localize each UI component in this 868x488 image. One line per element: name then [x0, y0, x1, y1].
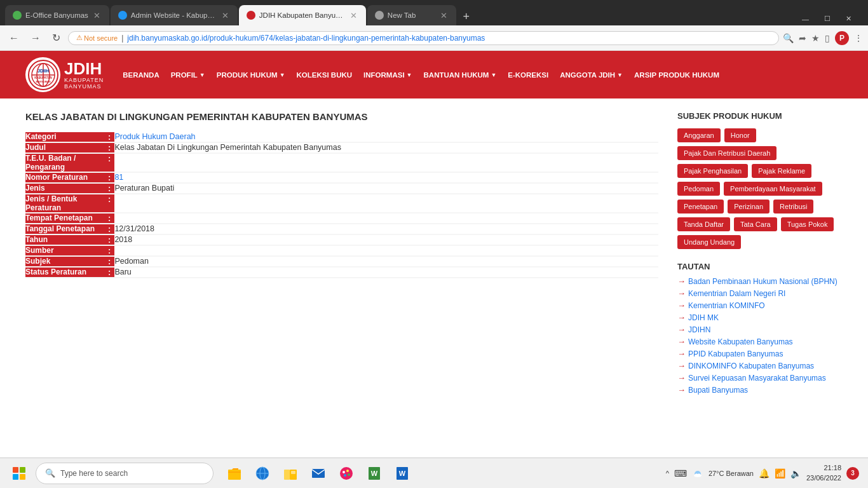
nav-arsip[interactable]: ARSIP PRODUK HUKUM — [634, 71, 719, 79]
taskbar-right: ^ ⌨ 27°C Berawan 🔔 📶 🔈 21:18 23/06/2022 … — [666, 463, 863, 483]
detail-table: Kategori:Produk Hukum DaerahJudul:Kelas … — [25, 132, 658, 278]
tag-button[interactable]: Honor — [724, 128, 756, 142]
taskbar-app-explorer[interactable] — [277, 461, 304, 486]
bookmark-icon[interactable]: ★ — [811, 33, 820, 43]
taskbar-notification-icon[interactable]: 🔔 — [759, 468, 770, 478]
tag-button[interactable]: Tanda Daftar — [677, 217, 730, 231]
tautan-item[interactable]: →Bupati Banyumas — [677, 385, 843, 395]
profile-avatar[interactable]: P — [835, 31, 849, 45]
nav-anggota-jdih[interactable]: ANGGOTA JDIH ▼ — [560, 71, 623, 79]
tab-close-admin[interactable]: ✕ — [220, 11, 230, 20]
svg-text:BANYUMAS: BANYUMAS — [36, 80, 50, 83]
taskbar-app-paint[interactable] — [333, 461, 360, 486]
menu-icon[interactable]: ⋮ — [854, 33, 863, 43]
table-row: Nomor Peraturan:81 — [25, 172, 658, 183]
svg-point-19 — [346, 470, 349, 472]
close-button[interactable]: ✕ — [839, 12, 858, 25]
start-button[interactable] — [5, 461, 33, 486]
tautan-item[interactable]: →PPID Kabupaten Banyumas — [677, 349, 843, 358]
windows-logo — [13, 467, 25, 480]
mail-icon — [311, 466, 326, 481]
nav-bantuan-hukum[interactable]: BANTUAN HUKUM ▼ — [424, 71, 497, 79]
nav-ekoreksi[interactable]: E-KOREKSI — [508, 71, 548, 79]
detail-label: Kategori — [25, 132, 108, 142]
logo-area: JDIIH KABUPATEN BANYUMAS JDIH KABUPATENB… — [25, 57, 104, 92]
minimize-button[interactable]: — — [796, 13, 815, 25]
produk-arrow: ▼ — [280, 72, 285, 78]
nav-profil[interactable]: PROFIL ▼ — [171, 71, 205, 79]
tautan-item[interactable]: →Kementrian Dalam Negeri RI — [677, 288, 843, 298]
search-icon[interactable]: 🔍 — [783, 33, 794, 43]
taskbar-app-word1[interactable]: W — [361, 461, 388, 486]
tautan-arrow-icon: → — [677, 361, 686, 370]
taskbar-time-display: 21:18 — [806, 463, 841, 473]
tab-close-jdih[interactable]: ✕ — [349, 11, 358, 20]
taskbar-app-word2[interactable]: W — [389, 461, 416, 486]
tag-button[interactable]: Undang Undang — [677, 235, 741, 249]
detail-value[interactable]: 81 — [114, 172, 658, 183]
forward-button[interactable]: → — [27, 31, 44, 45]
tab-admin[interactable]: Admin Website - Kabupaten Ban... ✕ — [111, 5, 238, 25]
detail-colon: : — [108, 213, 114, 224]
detail-colon: : — [108, 142, 114, 153]
detail-value: Peraturan Bupati — [114, 183, 658, 194]
taskbar-datetime[interactable]: 21:18 23/06/2022 — [806, 463, 841, 483]
detail-colon: : — [108, 256, 114, 267]
tautan-item[interactable]: →Survei Kepuasan Masyarakat Banyumas — [677, 373, 843, 383]
taskbar-keyboard-icon[interactable]: ⌨ — [674, 468, 687, 478]
tag-button[interactable]: Pajak Reklame — [752, 164, 811, 178]
tab-newtab[interactable]: New Tab ✕ — [367, 5, 456, 25]
tag-button[interactable]: Penetapan — [677, 200, 724, 214]
tautan-arrow-icon: → — [677, 325, 686, 334]
tautan-link-text: Badan Pembinaan Hukum Nasional (BPHN) — [688, 277, 837, 286]
new-tab-button[interactable]: + — [458, 8, 475, 25]
detail-value: Pedoman — [114, 256, 658, 267]
taskbar-search[interactable]: 🔍 Type here to search — [36, 463, 214, 484]
tautan-item[interactable]: →JDIHN — [677, 325, 843, 334]
tag-button[interactable]: Tugas Pokok — [781, 217, 834, 231]
volume-icon[interactable]: 🔈 — [790, 468, 801, 478]
nav-koleksi-buku[interactable]: KOLEKSI BUKU — [297, 71, 353, 79]
maximize-button[interactable]: ☐ — [818, 12, 837, 25]
tag-button[interactable]: Perizinan — [728, 200, 770, 214]
nav-beranda[interactable]: BERANDA — [123, 71, 159, 79]
nav-informasi[interactable]: INFORMASI ▼ — [363, 71, 412, 79]
refresh-button[interactable]: ↻ — [48, 30, 64, 45]
taskbar-app-files[interactable] — [221, 461, 248, 486]
tautan-item[interactable]: →Badan Pembinaan Hukum Nasional (BPHN) — [677, 276, 843, 286]
tab-close-eoffice[interactable]: ✕ — [92, 11, 102, 20]
tag-button[interactable]: Pajak Dan Retribusi Daerah — [677, 146, 776, 160]
tag-button[interactable]: Pemberdayaan Masyarakat — [724, 182, 822, 196]
taskbar-up-arrow[interactable]: ^ — [666, 470, 669, 477]
taskbar-app-mail[interactable] — [305, 461, 332, 486]
detail-value — [114, 245, 658, 256]
detail-value[interactable]: Produk Hukum Daerah — [114, 132, 658, 142]
tautan-item[interactable]: →Website Kabupaten Banyumas — [677, 337, 843, 346]
tab-close-newtab[interactable]: ✕ — [439, 11, 449, 20]
tautan-arrow-icon: → — [677, 288, 686, 298]
url-separator: | — [121, 34, 123, 43]
tag-button[interactable]: Pedoman — [677, 182, 720, 196]
nav-produk-hukum[interactable]: PRODUK HUKUM ▼ — [217, 71, 285, 79]
address-box[interactable]: ⚠ Not secure | jdih.banyumaskab.go.id/pr… — [68, 31, 779, 45]
tab-eoffice[interactable]: E-Office Banyumas ✕ — [5, 5, 109, 25]
tab-jdih[interactable]: JDIH Kabupaten Banyumas ✕ — [239, 5, 366, 25]
detail-value: 2018 — [114, 234, 658, 245]
tautan-item[interactable]: →DINKOMINFO Kabupaten Banyumas — [677, 361, 843, 370]
notification-badge[interactable]: 3 — [846, 467, 859, 480]
detail-label: Tempat Penetapan — [25, 213, 108, 224]
tag-button[interactable]: Retribusi — [773, 200, 813, 214]
taskbar-app-browser[interactable] — [249, 461, 276, 486]
network-icon[interactable]: 📶 — [775, 468, 785, 478]
share-icon[interactable]: ➦ — [799, 33, 806, 43]
extensions-icon[interactable]: ▯ — [825, 33, 830, 43]
tag-button[interactable]: Tata Cara — [734, 217, 777, 231]
back-button[interactable]: ← — [5, 31, 23, 45]
tautan-item[interactable]: →Kementrian KOMINFO — [677, 301, 843, 310]
tag-button[interactable]: Anggaran — [677, 128, 721, 142]
tautan-item[interactable]: →JDIH MK — [677, 313, 843, 322]
tag-button[interactable]: Pajak Penghasilan — [677, 164, 748, 178]
detail-colon: : — [108, 183, 114, 194]
svg-point-17 — [340, 467, 353, 480]
address-icons: 🔍 ➦ ★ ▯ P ⋮ — [783, 31, 863, 45]
